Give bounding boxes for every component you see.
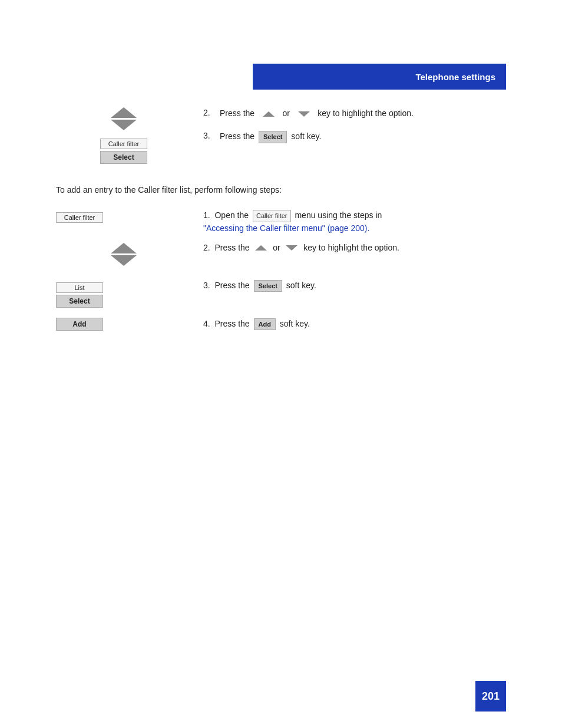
s2-step3-icon-col: List Select <box>56 278 191 308</box>
s2-step4-icon-col: Add <box>56 316 191 331</box>
s2-step4-row: Add 4. Press the Add soft key. <box>56 316 506 331</box>
step-3-row: 3. Press the Select soft key. <box>203 130 506 143</box>
select-key-box-s2: Select <box>56 295 103 308</box>
s2-step3-text: 3. Press the Select soft key. <box>203 278 506 292</box>
nav-up-icon <box>111 107 137 118</box>
main-content: Caller filter Select 2. Press the or key… <box>56 90 506 339</box>
intro-text: To add an entry to the Caller filter lis… <box>56 185 506 195</box>
header-bar: Telephone settings <box>253 64 506 90</box>
caller-filter-menu-inline: Caller filter <box>253 210 291 222</box>
step3-select-inline: Select <box>259 131 287 143</box>
nav-icon-up-down <box>111 107 137 130</box>
s2-step1-icon-col: Caller filter <box>56 207 191 223</box>
add-key-box: Add <box>56 318 103 331</box>
s2-step3-num: 3. <box>203 281 210 290</box>
step2-num: 2. <box>203 107 215 117</box>
s2-step3-row: List Select 3. Press the Select soft key… <box>56 278 506 308</box>
s2-step2-text: 2. Press the or key to highlight the opt… <box>203 243 399 252</box>
step3-text: Press the Select soft key. <box>220 130 321 143</box>
s2-step2-num: 2. <box>203 243 210 252</box>
s2-nav-up-icon <box>111 243 137 253</box>
add-inline: Add <box>254 318 276 331</box>
step2-text: Press the or key to highlight the option… <box>220 107 414 120</box>
s2-step1-text: 1. Open the Caller filter menu using the… <box>203 207 506 235</box>
s2-step2-icon-col <box>56 243 191 269</box>
step3-num: 3. <box>203 130 215 140</box>
section1-right-col: 2. Press the or key to highlight the opt… <box>203 107 506 154</box>
caller-filter-key-box-s2: Caller filter <box>56 212 103 223</box>
section2: Caller filter 1. Open the Caller filter … <box>56 207 506 331</box>
select-inline-s2: Select <box>254 280 282 292</box>
accessing-caller-filter-link[interactable]: "Accessing the Caller filter menu" (page… <box>203 223 369 233</box>
s2-step4-num: 4. <box>203 319 210 328</box>
nav-down-icon <box>111 120 137 130</box>
s2-nav-icon <box>111 243 137 266</box>
s2-step1-row: Caller filter 1. Open the Caller filter … <box>56 207 506 235</box>
caller-filter-key-box: Caller filter <box>100 139 147 149</box>
s2-step4-text: 4. Press the Add soft key. <box>203 316 506 331</box>
section1: Caller filter Select 2. Press the or key… <box>56 107 506 164</box>
s2-step1-num: 1. <box>203 210 210 220</box>
s2-nav-up-inline <box>255 245 267 251</box>
select-key-box: Select <box>100 151 147 164</box>
s2-nav-down-inline <box>286 245 297 251</box>
header-title: Telephone settings <box>415 72 495 82</box>
s2-step2-row: 2. Press the or key to highlight the opt… <box>56 243 506 269</box>
s2-nav-down-icon <box>111 255 137 266</box>
section1-left-col: Caller filter Select <box>56 107 191 164</box>
step-2-row: 2. Press the or key to highlight the opt… <box>203 107 506 120</box>
page-number: 201 <box>475 681 506 711</box>
list-key-box: List <box>56 282 103 293</box>
